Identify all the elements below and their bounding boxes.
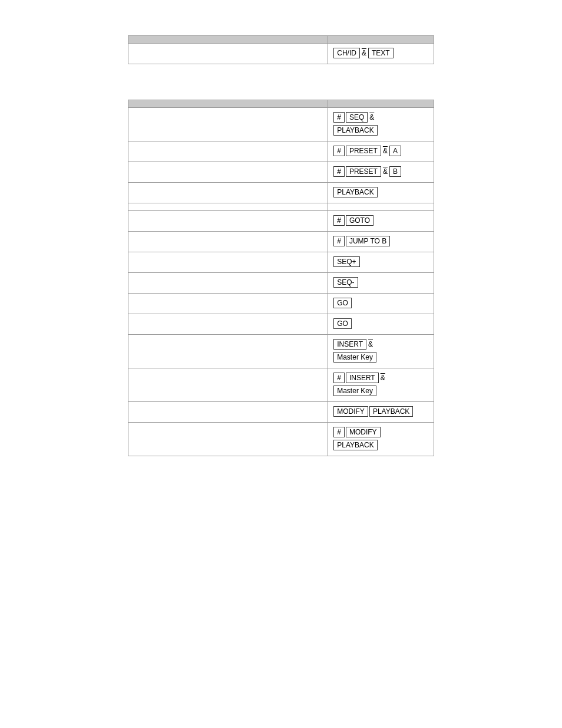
go-button[interactable]: GO [333,298,352,308]
key-combination-1: # SEQ & [333,111,429,123]
row10-desc [128,294,328,314]
row11-desc [128,314,328,335]
row15-desc [128,423,328,456]
row7-keys: # JUMP TO B [328,232,434,252]
row1-desc [128,108,328,141]
seq-button[interactable]: SEQ [346,112,368,123]
table-row: PLAYBACK [128,183,434,203]
master-key-button[interactable]: Master Key [333,352,376,363]
row10-keys: GO [328,294,434,314]
hash-button[interactable]: # [333,166,345,177]
go-button-2[interactable]: GO [333,318,352,329]
key-combination-15b: PLAYBACK [333,439,429,451]
table-row: # JUMP TO B [128,232,434,252]
playback-button[interactable]: PLAYBACK [369,406,413,417]
master-key-button[interactable]: Master Key [333,386,376,396]
key-combination-6: # GOTO [333,215,429,226]
insert-button[interactable]: INSERT [346,373,379,383]
row7-desc [128,232,328,252]
key-combination-11: GO [333,318,429,330]
hash-button[interactable]: # [333,427,345,437]
playback-button[interactable]: PLAYBACK [333,440,377,450]
row14-desc [128,402,328,423]
key-combination-13a: # INSERT & [333,372,429,384]
table-row: # INSERT & Master Key [128,368,434,402]
key-combination-10: GO [333,297,429,309]
key-combination-1b: PLAYBACK [333,124,429,136]
hash-button[interactable]: # [333,112,345,123]
seq-minus-button[interactable]: SEQ- [333,277,358,288]
key-combination-7: # JUMP TO B [333,235,429,247]
key-combination-13b: Master Key [333,385,429,397]
row5-desc [128,203,328,211]
page-container: CH/ID & TEXT # SEQ [12,12,550,515]
modify-button[interactable]: MODIFY [346,427,381,437]
preset-button[interactable]: PRESET [346,166,381,177]
ampersand-symbol: & [383,167,388,176]
table1-row1-desc [128,44,328,64]
row4-keys: PLAYBACK [328,183,434,203]
ampersand-symbol: & [368,340,373,348]
row13-keys: # INSERT & Master Key [328,368,434,402]
row3-keys: # PRESET & B [328,162,434,183]
row2-keys: # PRESET & A [328,141,434,162]
table1-row1-keys: CH/ID & TEXT [328,44,434,64]
row5-keys [328,203,434,211]
row12-keys: INSERT & Master Key [328,335,434,368]
ampersand-symbol: & [383,147,388,155]
key-combination: CH/ID & TEXT [333,47,429,59]
ampersand-symbol: & [362,49,366,57]
row2-desc [128,141,328,162]
hash-button[interactable]: # [333,146,345,156]
table2-col1-header [128,100,328,108]
row9-desc [128,273,328,294]
row6-keys: # GOTO [328,211,434,232]
table-1: CH/ID & TEXT [128,35,434,64]
insert-button[interactable]: INSERT [333,339,366,350]
table-2: # SEQ & PLAYBACK # PRESET & [128,100,434,456]
row8-desc [128,252,328,273]
preset-button[interactable]: PRESET [346,146,381,156]
chid-button[interactable]: CH/ID [333,48,360,58]
table-row: GO [128,294,434,314]
hash-button[interactable]: # [333,373,345,383]
a-button[interactable]: A [389,146,401,156]
hash-button[interactable]: # [333,215,345,226]
playback-button[interactable]: PLAYBACK [333,187,377,197]
row9-keys: SEQ- [328,273,434,294]
playback-button[interactable]: PLAYBACK [333,125,377,136]
row14-keys: MODIFY PLAYBACK [328,402,434,423]
key-combination-12a: INSERT & [333,338,429,350]
ampersand-symbol: & [381,374,385,382]
row8-keys: SEQ+ [328,252,434,273]
jump-to-b-button[interactable]: JUMP TO B [346,236,390,246]
table2-col2-header [328,100,434,108]
ampersand-symbol: & [369,113,374,121]
key-combination-9: SEQ- [333,276,429,288]
key-combination-8: SEQ+ [333,256,429,268]
hash-button[interactable]: # [333,236,345,246]
table-row: SEQ+ [128,252,434,273]
row13-desc [128,368,328,402]
key-combination-2: # PRESET & A [333,145,429,157]
b-button[interactable]: B [389,166,401,177]
key-combination-4: PLAYBACK [333,186,429,198]
key-combination-12b: Master Key [333,351,429,363]
row6-desc [128,211,328,232]
table-row: # PRESET & B [128,162,434,183]
seq-plus-button[interactable]: SEQ+ [333,256,359,267]
text-button[interactable]: TEXT [368,48,394,58]
key-combination-14: MODIFY PLAYBACK [333,406,429,417]
modify-button[interactable]: MODIFY [333,406,368,417]
table1-col1-header [128,36,328,44]
row12-desc [128,335,328,368]
table-row: GO [128,314,434,335]
row15-keys: # MODIFY PLAYBACK [328,423,434,456]
table-row: SEQ- [128,273,434,294]
row4-desc [128,183,328,203]
goto-button[interactable]: GOTO [346,215,373,226]
table-row: # SEQ & PLAYBACK [128,108,434,141]
table-row: # PRESET & A [128,141,434,162]
key-combination-3: # PRESET & B [333,166,429,177]
row1-keys: # SEQ & PLAYBACK [328,108,434,141]
